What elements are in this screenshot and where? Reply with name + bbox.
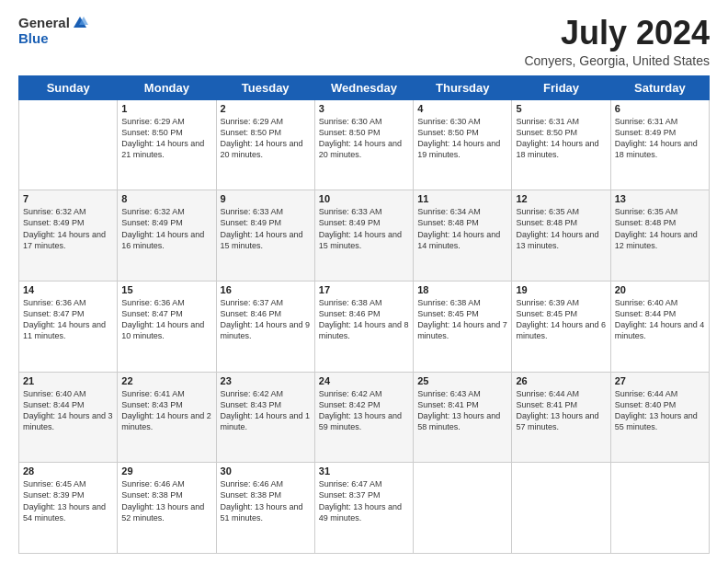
calendar-cell: 21Sunrise: 6:40 AM Sunset: 8:44 PM Dayli… bbox=[19, 372, 118, 463]
calendar-cell: 20Sunrise: 6:40 AM Sunset: 8:44 PM Dayli… bbox=[610, 281, 709, 372]
cell-info: Sunrise: 6:33 AM Sunset: 8:49 PM Dayligh… bbox=[221, 206, 311, 251]
cell-info: Sunrise: 6:44 AM Sunset: 8:41 PM Dayligh… bbox=[516, 388, 606, 433]
day-number: 4 bbox=[417, 103, 507, 114]
calendar-cell: 15Sunrise: 6:36 AM Sunset: 8:47 PM Dayli… bbox=[118, 281, 216, 372]
logo-icon bbox=[72, 15, 88, 31]
cell-info: Sunrise: 6:42 AM Sunset: 8:43 PM Dayligh… bbox=[221, 388, 311, 433]
day-number: 5 bbox=[516, 103, 606, 114]
cell-info: Sunrise: 6:38 AM Sunset: 8:45 PM Dayligh… bbox=[417, 297, 507, 342]
calendar-cell bbox=[610, 463, 709, 554]
cell-info: Sunrise: 6:39 AM Sunset: 8:45 PM Dayligh… bbox=[516, 297, 606, 342]
calendar-cell: 11Sunrise: 6:34 AM Sunset: 8:48 PM Dayli… bbox=[414, 190, 512, 282]
calendar-cell: 25Sunrise: 6:43 AM Sunset: 8:41 PM Dayli… bbox=[414, 372, 512, 463]
calendar-cell: 2Sunrise: 6:29 AM Sunset: 8:50 PM Daylig… bbox=[216, 99, 314, 190]
cell-info: Sunrise: 6:47 AM Sunset: 8:37 PM Dayligh… bbox=[319, 478, 409, 523]
cell-info: Sunrise: 6:31 AM Sunset: 8:50 PM Dayligh… bbox=[516, 116, 606, 161]
cell-info: Sunrise: 6:38 AM Sunset: 8:46 PM Dayligh… bbox=[319, 297, 409, 342]
day-number: 15 bbox=[121, 284, 211, 295]
day-number: 25 bbox=[417, 375, 507, 386]
day-number: 12 bbox=[516, 193, 606, 204]
calendar-cell: 17Sunrise: 6:38 AM Sunset: 8:46 PM Dayli… bbox=[314, 281, 413, 372]
calendar-cell: 31Sunrise: 6:47 AM Sunset: 8:37 PM Dayli… bbox=[314, 463, 413, 554]
day-number: 27 bbox=[615, 375, 705, 386]
page: General Blue July 2024 Conyers, Georgia,… bbox=[0, 0, 728, 563]
calendar-cell: 28Sunrise: 6:45 AM Sunset: 8:39 PM Dayli… bbox=[19, 463, 118, 554]
day-number: 8 bbox=[121, 193, 211, 204]
location: Conyers, Georgia, United States bbox=[524, 53, 710, 68]
calendar-cell: 29Sunrise: 6:46 AM Sunset: 8:38 PM Dayli… bbox=[118, 463, 216, 554]
cell-info: Sunrise: 6:30 AM Sunset: 8:50 PM Dayligh… bbox=[417, 116, 507, 161]
day-number: 19 bbox=[516, 284, 606, 295]
calendar-cell: 27Sunrise: 6:44 AM Sunset: 8:40 PM Dayli… bbox=[610, 372, 709, 463]
weekday-header-sunday: Sunday bbox=[19, 75, 118, 99]
week-row-1: 1Sunrise: 6:29 AM Sunset: 8:50 PM Daylig… bbox=[19, 99, 710, 190]
calendar-cell: 4Sunrise: 6:30 AM Sunset: 8:50 PM Daylig… bbox=[414, 99, 512, 190]
day-number: 28 bbox=[23, 465, 113, 477]
cell-info: Sunrise: 6:29 AM Sunset: 8:50 PM Dayligh… bbox=[121, 116, 211, 161]
cell-info: Sunrise: 6:46 AM Sunset: 8:38 PM Dayligh… bbox=[221, 478, 311, 523]
cell-info: Sunrise: 6:43 AM Sunset: 8:41 PM Dayligh… bbox=[417, 388, 507, 433]
calendar-cell: 18Sunrise: 6:38 AM Sunset: 8:45 PM Dayli… bbox=[414, 281, 512, 372]
day-number: 18 bbox=[417, 284, 507, 295]
calendar-cell: 12Sunrise: 6:35 AM Sunset: 8:48 PM Dayli… bbox=[512, 190, 610, 282]
calendar-cell: 3Sunrise: 6:30 AM Sunset: 8:50 PM Daylig… bbox=[314, 99, 413, 190]
cell-info: Sunrise: 6:35 AM Sunset: 8:48 PM Dayligh… bbox=[615, 206, 705, 251]
logo: General Blue bbox=[18, 15, 88, 47]
weekday-header-monday: Monday bbox=[118, 75, 216, 99]
day-number: 24 bbox=[319, 375, 409, 386]
weekday-header-friday: Friday bbox=[512, 75, 610, 99]
cell-info: Sunrise: 6:40 AM Sunset: 8:44 PM Dayligh… bbox=[615, 297, 705, 342]
cell-info: Sunrise: 6:40 AM Sunset: 8:44 PM Dayligh… bbox=[23, 388, 113, 433]
cell-info: Sunrise: 6:30 AM Sunset: 8:50 PM Dayligh… bbox=[319, 116, 409, 161]
calendar-cell: 14Sunrise: 6:36 AM Sunset: 8:47 PM Dayli… bbox=[19, 281, 118, 372]
cell-info: Sunrise: 6:41 AM Sunset: 8:43 PM Dayligh… bbox=[121, 388, 211, 433]
calendar-cell: 8Sunrise: 6:32 AM Sunset: 8:49 PM Daylig… bbox=[118, 190, 216, 282]
week-row-2: 7Sunrise: 6:32 AM Sunset: 8:49 PM Daylig… bbox=[19, 190, 710, 282]
day-number: 7 bbox=[23, 193, 113, 204]
day-number: 20 bbox=[615, 284, 705, 295]
day-number: 16 bbox=[221, 284, 311, 295]
calendar-cell: 16Sunrise: 6:37 AM Sunset: 8:46 PM Dayli… bbox=[216, 281, 314, 372]
calendar-cell: 13Sunrise: 6:35 AM Sunset: 8:48 PM Dayli… bbox=[610, 190, 709, 282]
day-number: 2 bbox=[221, 103, 311, 114]
day-number: 26 bbox=[516, 375, 606, 386]
calendar-cell bbox=[414, 463, 512, 554]
month-year: July 2024 bbox=[524, 15, 710, 52]
day-number: 23 bbox=[221, 375, 311, 386]
day-number: 13 bbox=[615, 193, 705, 204]
calendar-cell: 19Sunrise: 6:39 AM Sunset: 8:45 PM Dayli… bbox=[512, 281, 610, 372]
day-number: 22 bbox=[121, 375, 211, 386]
cell-info: Sunrise: 6:35 AM Sunset: 8:48 PM Dayligh… bbox=[516, 206, 606, 251]
day-number: 1 bbox=[121, 103, 211, 114]
calendar-cell: 24Sunrise: 6:42 AM Sunset: 8:42 PM Dayli… bbox=[314, 372, 413, 463]
day-number: 29 bbox=[121, 465, 211, 477]
cell-info: Sunrise: 6:36 AM Sunset: 8:47 PM Dayligh… bbox=[121, 297, 211, 342]
week-row-5: 28Sunrise: 6:45 AM Sunset: 8:39 PM Dayli… bbox=[19, 463, 710, 554]
cell-info: Sunrise: 6:31 AM Sunset: 8:49 PM Dayligh… bbox=[615, 116, 705, 161]
cell-info: Sunrise: 6:32 AM Sunset: 8:49 PM Dayligh… bbox=[23, 206, 113, 251]
cell-info: Sunrise: 6:45 AM Sunset: 8:39 PM Dayligh… bbox=[23, 478, 113, 523]
week-row-4: 21Sunrise: 6:40 AM Sunset: 8:44 PM Dayli… bbox=[19, 372, 710, 463]
calendar-cell: 30Sunrise: 6:46 AM Sunset: 8:38 PM Dayli… bbox=[216, 463, 314, 554]
cell-info: Sunrise: 6:46 AM Sunset: 8:38 PM Dayligh… bbox=[121, 478, 211, 523]
title-block: July 2024 Conyers, Georgia, United State… bbox=[524, 15, 710, 68]
cell-info: Sunrise: 6:33 AM Sunset: 8:49 PM Dayligh… bbox=[319, 206, 409, 251]
weekday-header-row: SundayMondayTuesdayWednesdayThursdayFrid… bbox=[19, 75, 710, 99]
weekday-header-wednesday: Wednesday bbox=[314, 75, 413, 99]
day-number: 11 bbox=[417, 193, 507, 204]
calendar-cell: 10Sunrise: 6:33 AM Sunset: 8:49 PM Dayli… bbox=[314, 190, 413, 282]
cell-info: Sunrise: 6:29 AM Sunset: 8:50 PM Dayligh… bbox=[221, 116, 311, 161]
calendar-cell: 6Sunrise: 6:31 AM Sunset: 8:49 PM Daylig… bbox=[610, 99, 709, 190]
calendar-cell: 22Sunrise: 6:41 AM Sunset: 8:43 PM Dayli… bbox=[118, 372, 216, 463]
calendar-cell: 26Sunrise: 6:44 AM Sunset: 8:41 PM Dayli… bbox=[512, 372, 610, 463]
calendar-cell bbox=[19, 99, 118, 190]
week-row-3: 14Sunrise: 6:36 AM Sunset: 8:47 PM Dayli… bbox=[19, 281, 710, 372]
logo-blue-text: Blue bbox=[18, 31, 88, 47]
calendar-table: SundayMondayTuesdayWednesdayThursdayFrid… bbox=[18, 75, 710, 554]
calendar-cell: 1Sunrise: 6:29 AM Sunset: 8:50 PM Daylig… bbox=[118, 99, 216, 190]
cell-info: Sunrise: 6:32 AM Sunset: 8:49 PM Dayligh… bbox=[121, 206, 211, 251]
calendar-cell: 7Sunrise: 6:32 AM Sunset: 8:49 PM Daylig… bbox=[19, 190, 118, 282]
logo-general-text: General bbox=[18, 16, 70, 31]
calendar-cell: 9Sunrise: 6:33 AM Sunset: 8:49 PM Daylig… bbox=[216, 190, 314, 282]
cell-info: Sunrise: 6:34 AM Sunset: 8:48 PM Dayligh… bbox=[417, 206, 507, 251]
